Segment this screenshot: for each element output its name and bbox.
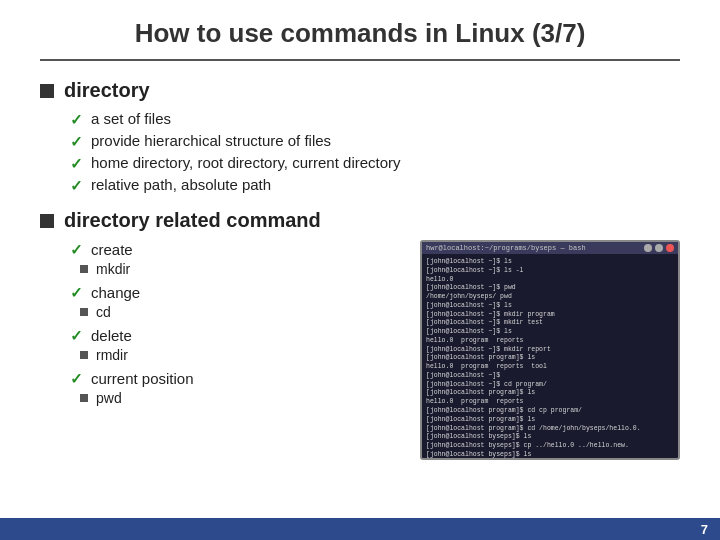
cmd-name: current position	[91, 370, 194, 387]
page-number: 7	[701, 522, 708, 537]
sub-item: mkdir	[80, 261, 400, 277]
slide: How to use commands in Linux (3/7) direc…	[0, 0, 720, 540]
terminal-titlebar: hwr@localhost:~/programs/byseps — bash	[422, 242, 678, 254]
cmd-current-position: ✓ current position pwd	[40, 369, 400, 406]
sub-item: pwd	[80, 390, 400, 406]
terminal-content: [john@localhost ~]$ ls [john@localhost ~…	[426, 258, 674, 460]
sub-item-text: rmdir	[96, 347, 128, 363]
checkmark-icon: ✓	[70, 177, 83, 195]
terminal-screenshot: hwr@localhost:~/programs/byseps — bash […	[420, 240, 680, 460]
sub-bullet-icon	[80, 265, 88, 273]
checkmark-icon: ✓	[70, 327, 83, 345]
terminal-maximize-btn[interactable]	[655, 244, 663, 252]
terminal-window-buttons	[644, 244, 674, 252]
section-directory: directory ✓ a set of files ✓ provide hie…	[40, 79, 680, 195]
sub-item-text: cd	[96, 304, 111, 320]
section-header-directory: directory	[40, 79, 680, 102]
footer-bar: 7	[0, 518, 720, 540]
cmd-delete: ✓ delete rmdir	[40, 326, 400, 363]
sub-item: cd	[80, 304, 400, 320]
list-item: ✓ a set of files	[70, 110, 680, 129]
sub-bullet-icon	[80, 394, 88, 402]
sub-bullet-icon	[80, 308, 88, 316]
two-column-layout: ✓ create mkdir ✓ change	[40, 240, 680, 460]
checkmark-icon: ✓	[70, 241, 83, 259]
terminal-minimize-btn[interactable]	[644, 244, 652, 252]
sub-item: rmdir	[80, 347, 400, 363]
slide-title: How to use commands in Linux (3/7)	[40, 18, 680, 61]
list-item: ✓ home directory, root directory, curren…	[70, 154, 680, 173]
list-item: ✓ relative path, absolute path	[70, 176, 680, 195]
cmd-name: delete	[91, 327, 132, 344]
cmd-create: ✓ create mkdir	[40, 240, 400, 277]
list-item-text: home directory, root directory, current …	[91, 154, 401, 171]
commands-list: ✓ create mkdir ✓ change	[40, 240, 400, 412]
sub-item-text: mkdir	[96, 261, 130, 277]
checkmark-icon: ✓	[70, 133, 83, 151]
terminal-title-text: hwr@localhost:~/programs/byseps — bash	[426, 244, 586, 252]
checkmark-icon: ✓	[70, 370, 83, 388]
list-item-text: relative path, absolute path	[91, 176, 271, 193]
list-item: ✓ provide hierarchical structure of file…	[70, 132, 680, 151]
checkmark-icon: ✓	[70, 284, 83, 302]
sub-bullet-icon	[80, 351, 88, 359]
bullet-square-icon	[40, 214, 54, 228]
section-directory-related: directory related command ✓ create mkdir	[40, 209, 680, 460]
section-related-title: directory related command	[64, 209, 321, 232]
section-header-related: directory related command	[40, 209, 680, 232]
checkmark-icon: ✓	[70, 111, 83, 129]
checkmark-icon: ✓	[70, 155, 83, 173]
cmd-name: change	[91, 284, 140, 301]
sub-item-text: pwd	[96, 390, 122, 406]
bullet-square-icon	[40, 84, 54, 98]
directory-list: ✓ a set of files ✓ provide hierarchical …	[70, 110, 680, 195]
list-item-text: a set of files	[91, 110, 171, 127]
section-directory-title: directory	[64, 79, 150, 102]
cmd-name: create	[91, 241, 133, 258]
list-item-text: provide hierarchical structure of files	[91, 132, 331, 149]
terminal-close-btn[interactable]	[666, 244, 674, 252]
cmd-change: ✓ change cd	[40, 283, 400, 320]
